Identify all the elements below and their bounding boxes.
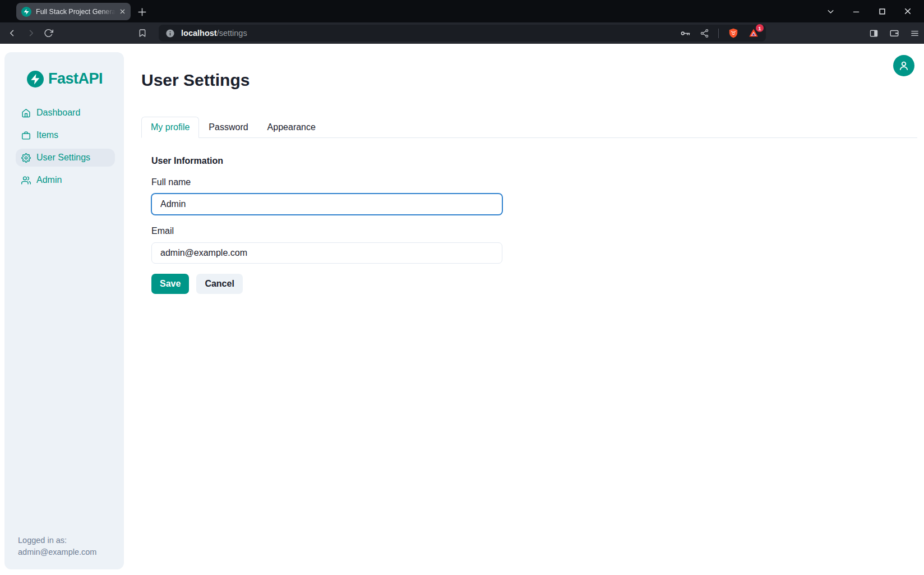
- sidebar-item-label: User Settings: [36, 153, 90, 163]
- email-input[interactable]: [151, 242, 502, 264]
- toolbar-divider: [718, 29, 719, 38]
- save-button[interactable]: Save: [151, 274, 189, 294]
- site-info-icon[interactable]: [165, 29, 175, 38]
- rewards-badge: 1: [756, 24, 764, 32]
- browser-tab[interactable]: Full Stack Project Genera: [16, 3, 131, 20]
- share-icon[interactable]: [700, 29, 709, 38]
- window-controls: [817, 0, 921, 22]
- user-avatar-icon: [898, 59, 910, 72]
- menu-icon[interactable]: [910, 29, 920, 38]
- forward-icon[interactable]: [26, 28, 36, 39]
- close-icon[interactable]: [895, 0, 921, 22]
- tab-appearance[interactable]: Appearance: [258, 117, 325, 138]
- sidebar-toggle-icon[interactable]: [869, 29, 879, 38]
- brave-rewards-icon[interactable]: 1: [748, 27, 759, 39]
- logged-in-as: Logged in as: admin@example.com: [18, 535, 96, 558]
- main-content: User Settings My profile Password Appear…: [0, 44, 924, 294]
- users-icon: [21, 176, 31, 185]
- sidebar-item-user-settings[interactable]: User Settings: [16, 149, 115, 167]
- new-tab-button[interactable]: [135, 4, 149, 19]
- fastapi-bolt-icon: [27, 71, 44, 88]
- email-label: Email: [151, 226, 917, 236]
- tab-title: Full Stack Project Genera: [36, 8, 117, 16]
- fastapi-logo: FastAPI: [27, 70, 124, 88]
- page-title: User Settings: [141, 44, 917, 90]
- back-icon[interactable]: [7, 28, 17, 39]
- maximize-icon[interactable]: [869, 0, 895, 22]
- gear-icon: [21, 153, 31, 163]
- cancel-button[interactable]: Cancel: [196, 274, 242, 294]
- wallet-icon[interactable]: [889, 28, 899, 38]
- section-title: User Information: [151, 156, 917, 166]
- logged-in-label: Logged in as:: [18, 535, 96, 546]
- tab-my-profile[interactable]: My profile: [141, 117, 199, 138]
- briefcase-icon: [21, 131, 31, 140]
- sidebar-item-items[interactable]: Items: [16, 126, 115, 144]
- fastapi-favicon-icon: [21, 7, 31, 17]
- sidebar-item-label: Admin: [36, 175, 62, 185]
- minimize-icon[interactable]: [843, 0, 869, 22]
- reload-icon[interactable]: [44, 29, 53, 38]
- address-text[interactable]: localhost/settings: [181, 29, 680, 38]
- home-icon: [21, 108, 31, 118]
- browser-toolbar: localhost/settings 1: [0, 22, 924, 44]
- url-path: /settings: [217, 29, 247, 38]
- logged-in-email: admin@example.com: [18, 546, 96, 558]
- bookmark-icon[interactable]: [138, 29, 147, 38]
- settings-tabs: My profile Password Appearance: [141, 117, 917, 138]
- tab-strip: Full Stack Project Genera: [0, 0, 924, 22]
- brave-shield-icon[interactable]: [728, 27, 739, 39]
- url-host: localhost: [181, 29, 217, 38]
- url-bar[interactable]: localhost/settings 1: [159, 25, 766, 42]
- full-name-label: Full name: [151, 177, 917, 187]
- sidebar-item-label: Items: [36, 130, 58, 140]
- form-actions: Save Cancel: [151, 274, 917, 294]
- sidebar-nav: Dashboard Items User Settings Admin: [4, 104, 124, 189]
- key-icon[interactable]: [680, 28, 691, 39]
- sidebar-item-dashboard[interactable]: Dashboard: [16, 104, 115, 122]
- app-page: FastAPI Dashboard Items User Settings: [0, 44, 924, 575]
- browser-chrome: Full Stack Project Genera: [0, 0, 924, 44]
- sidebar-item-label: Dashboard: [36, 108, 80, 118]
- tab-password[interactable]: Password: [199, 117, 257, 138]
- tab-search-icon[interactable]: [817, 0, 843, 22]
- sidebar-item-admin[interactable]: Admin: [16, 171, 115, 189]
- profile-panel: User Information Full name Email Save Ca…: [141, 156, 917, 294]
- tab-close-icon[interactable]: [117, 7, 127, 17]
- user-menu-button[interactable]: [893, 55, 914, 76]
- full-name-input[interactable]: [151, 194, 502, 215]
- urlbar-actions: 1: [680, 27, 759, 39]
- toolbar-right: [869, 22, 920, 44]
- logo-text: FastAPI: [48, 70, 103, 88]
- sidebar: FastAPI Dashboard Items User Settings: [4, 52, 124, 569]
